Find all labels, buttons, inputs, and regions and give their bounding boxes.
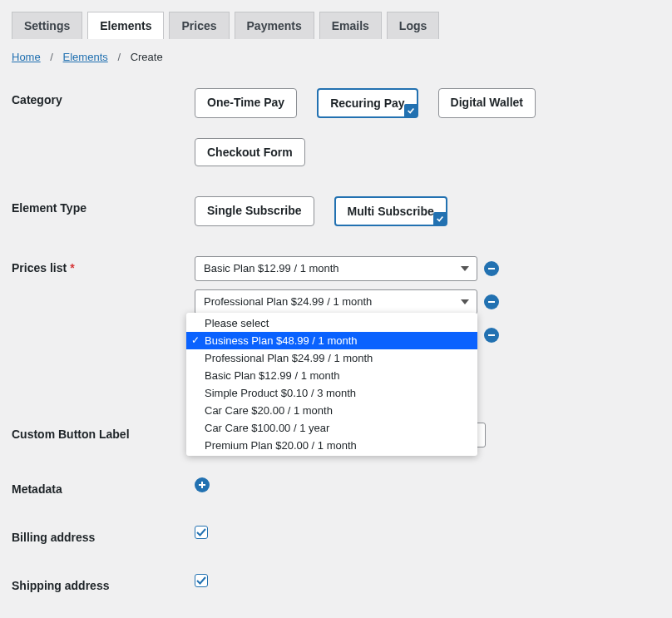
add-metadata-button[interactable]: [195, 477, 210, 492]
price-select-0[interactable]: Basic Plan $12.99 / 1 month: [195, 256, 477, 281]
shipping-checkbox[interactable]: [195, 574, 208, 587]
tab-prices[interactable]: Prices: [169, 12, 229, 39]
element-type-multi[interactable]: Multi Subscribe: [334, 196, 447, 226]
remove-price-button[interactable]: [484, 328, 499, 343]
label-category: Category: [12, 88, 195, 106]
price-select-1[interactable]: Professional Plan $24.99 / 1 month: [195, 289, 477, 314]
tab-settings[interactable]: Settings: [12, 12, 82, 39]
breadcrumb-home[interactable]: Home: [12, 51, 41, 63]
label-metadata: Metadata: [12, 477, 195, 496]
dropdown-option[interactable]: Basic Plan $12.99 / 1 month: [186, 367, 477, 384]
tab-emails[interactable]: Emails: [319, 12, 382, 39]
label-custom-button: Custom Button Label: [12, 423, 195, 441]
breadcrumb-elements[interactable]: Elements: [63, 51, 108, 63]
dropdown-option[interactable]: Business Plan $48.99 / 1 month: [186, 332, 477, 349]
tab-payments[interactable]: Payments: [235, 12, 314, 39]
category-recurring[interactable]: Recuring Pay: [317, 88, 418, 118]
category-digital[interactable]: Digital Wallet: [438, 88, 536, 118]
checkmark-icon: [404, 104, 418, 117]
tab-elements[interactable]: Elements: [87, 12, 164, 39]
billing-checkbox[interactable]: [195, 526, 208, 539]
label-shipping: Shipping address: [12, 574, 195, 592]
checkmark-icon: [433, 212, 447, 225]
element-type-single[interactable]: Single Subscribe: [195, 196, 314, 226]
breadcrumb: Home / Elements / Create: [12, 39, 660, 88]
dropdown-option[interactable]: Please select: [186, 314, 477, 332]
dropdown-option[interactable]: Simple Product $0.10 / 3 month: [186, 384, 477, 402]
dropdown-option[interactable]: Car Care $20.00 / 1 month: [186, 402, 477, 419]
label-prices-list: Prices list*: [12, 256, 195, 274]
remove-price-button[interactable]: [484, 261, 499, 276]
tabs: Settings Elements Prices Payments Emails…: [0, 0, 672, 39]
tab-logs[interactable]: Logs: [387, 12, 439, 39]
dropdown-option[interactable]: Professional Plan $24.99 / 1 month: [186, 349, 477, 367]
label-billing: Billing address: [12, 526, 195, 544]
dropdown-option[interactable]: Premium Plan $20.00 / 1 month: [186, 437, 477, 454]
price-dropdown: Please selectBusiness Plan $48.99 / 1 mo…: [186, 313, 477, 456]
category-onetime[interactable]: One-Time Pay: [195, 88, 297, 118]
label-element-type: Element Type: [12, 196, 195, 215]
category-checkout[interactable]: Checkout Form: [195, 138, 305, 166]
remove-price-button[interactable]: [484, 294, 499, 309]
breadcrumb-create: Create: [131, 51, 163, 63]
dropdown-option[interactable]: Car Care $100.00 / 1 year: [186, 419, 477, 437]
